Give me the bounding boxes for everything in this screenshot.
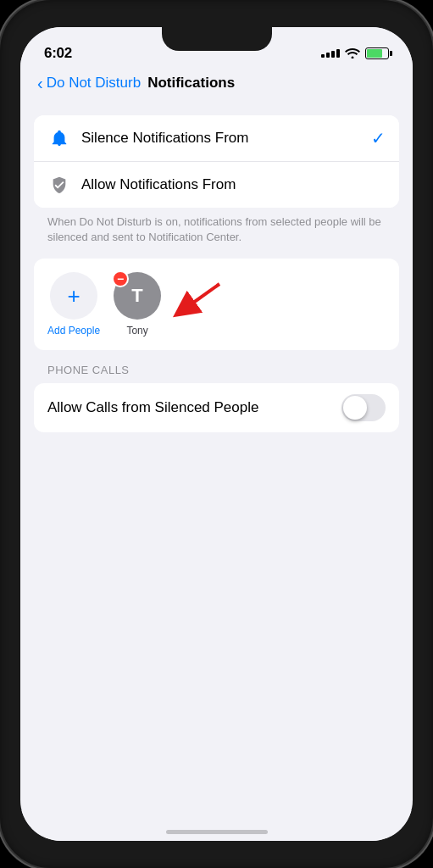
list-item[interactable]: − T Tony — [114, 272, 161, 337]
status-icons — [321, 47, 389, 61]
battery-icon — [365, 47, 389, 59]
add-people-button[interactable]: + Add People — [47, 272, 100, 337]
home-bar — [166, 830, 268, 834]
avatar: − T — [114, 272, 161, 320]
annotation-arrow — [160, 275, 228, 335]
bell-icon — [47, 126, 71, 150]
content-area: Silence Notifications From ✓ Allow Notif… — [20, 102, 413, 810]
helper-text: When Do Not Disturb is on, notifications… — [34, 208, 399, 245]
silence-notifications-label: Silence Notifications From — [81, 130, 371, 147]
add-circle-icon: + — [50, 272, 97, 320]
people-container: + Add People − T Tony — [47, 272, 386, 337]
silence-notifications-row[interactable]: Silence Notifications From ✓ — [34, 115, 399, 161]
nav-header: ‹ Do Not Disturb Notifications — [20, 68, 413, 102]
battery-fill — [367, 49, 382, 58]
remove-badge-icon[interactable]: − — [112, 270, 129, 287]
allow-calls-toggle[interactable] — [341, 394, 386, 421]
wifi-icon — [345, 47, 360, 61]
notification-options-group: Silence Notifications From ✓ Allow Notif… — [34, 115, 399, 208]
allow-notifications-row[interactable]: Allow Notifications From — [34, 161, 399, 208]
page-title: Notifications — [147, 75, 235, 92]
add-people-label: Add People — [47, 325, 100, 337]
phone-screen: 6:02 — [20, 27, 413, 841]
home-indicator — [20, 810, 413, 841]
allow-calls-row[interactable]: Allow Calls from Silenced People — [34, 383, 399, 432]
allow-notifications-label: Allow Notifications From — [81, 176, 386, 193]
svg-line-0 — [184, 284, 219, 309]
phone-calls-section-header: PHONE CALLS — [20, 350, 413, 383]
silence-checkmark-icon: ✓ — [371, 128, 386, 148]
allow-calls-label: Allow Calls from Silenced People — [47, 399, 341, 416]
back-label: Do Not Disturb — [47, 75, 141, 92]
phone-frame: 6:02 — [0, 0, 433, 868]
person-name: Tony — [126, 325, 147, 337]
avatar-initials: T — [131, 285, 142, 307]
back-button[interactable]: ‹ Do Not Disturb — [37, 75, 141, 92]
people-group: + Add People − T Tony — [34, 259, 399, 350]
back-chevron-icon: ‹ — [37, 75, 43, 92]
shield-icon — [47, 173, 71, 197]
status-time: 6:02 — [44, 45, 72, 62]
toggle-knob — [343, 396, 367, 420]
notch — [162, 27, 272, 51]
signal-icon — [321, 49, 340, 58]
calls-group: Allow Calls from Silenced People — [34, 383, 399, 432]
